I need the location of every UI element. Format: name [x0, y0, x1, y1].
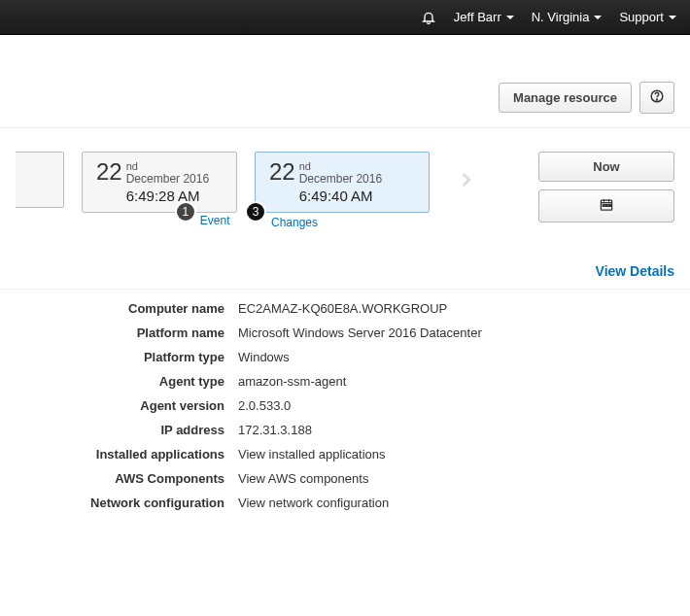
help-icon [650, 89, 664, 106]
region-menu[interactable]: N. Virginia [532, 10, 603, 24]
property-value: 2.0.533.0 [238, 398, 674, 413]
event-link[interactable]: Event [200, 214, 230, 227]
timeline-card-selected[interactable]: 22 nd December 2016 6:49:40 AM 3 Changes [255, 152, 430, 213]
timeline-card[interactable]: 22 nd December 2016 6:49:28 AM 1 Event [82, 152, 237, 213]
property-label: Agent type [16, 374, 224, 389]
view-details-link[interactable]: View Details [596, 263, 674, 279]
property-label: IP address [16, 423, 224, 437]
svg-rect-4 [605, 205, 607, 207]
property-label: AWS Components [16, 471, 224, 486]
property-value-link[interactable]: View AWS components [238, 471, 674, 486]
timestamp: 6:49:40 AM [299, 188, 382, 204]
property-label: Platform type [16, 350, 224, 364]
date-block: 22 nd December 2016 6:49:28 AM [96, 160, 221, 204]
timeline: 22 nd December 2016 6:49:28 AM 1 Event 2… [16, 128, 674, 234]
month-year: December 2016 [126, 172, 209, 186]
notifications-icon[interactable] [421, 10, 436, 25]
chevron-right-icon[interactable] [447, 166, 484, 199]
now-button[interactable]: Now [538, 152, 674, 182]
change-count-badge: 3 [245, 201, 266, 222]
user-name: Jeff Barr [454, 10, 501, 24]
chevron-down-icon [506, 16, 514, 19]
calendar-icon [599, 197, 614, 215]
timestamp: 6:49:28 AM [126, 188, 209, 204]
chevron-down-icon [669, 16, 676, 19]
support-menu[interactable]: Support [619, 10, 676, 24]
chevron-down-icon [594, 16, 602, 19]
property-label: Computer name [16, 301, 224, 316]
day-ordinal: nd [126, 160, 209, 172]
region-name: N. Virginia [532, 10, 590, 24]
property-value-link[interactable]: View installed applications [238, 447, 674, 462]
calendar-button[interactable] [538, 189, 674, 222]
day-ordinal: nd [299, 160, 382, 172]
date-block: 22 nd December 2016 6:49:40 AM [269, 160, 413, 204]
property-value: 172.31.3.188 [238, 423, 674, 437]
topbar: Jeff Barr N. Virginia Support [0, 0, 690, 35]
day-number: 22 [269, 160, 295, 184]
view-details-row: View Details [16, 234, 674, 289]
support-label: Support [619, 10, 664, 24]
properties-table: Computer nameEC2AMAZ-KQ60E8A.WORKGROUPPl… [16, 290, 674, 510]
timeline-controls: Now [531, 152, 674, 222]
user-menu[interactable]: Jeff Barr [454, 10, 514, 24]
svg-rect-3 [603, 205, 604, 207]
property-value: Windows [238, 350, 674, 364]
property-label: Installed applications [16, 447, 224, 462]
svg-rect-5 [609, 205, 611, 207]
day-number: 22 [96, 160, 122, 184]
property-label: Platform name [16, 325, 224, 340]
timeline-card-prev[interactable] [16, 152, 64, 208]
timeline-cards: 22 nd December 2016 6:49:28 AM 1 Event 2… [16, 152, 531, 213]
changes-link[interactable]: Changes [271, 216, 318, 229]
property-label: Network configuration [16, 496, 224, 510]
event-count-badge: 1 [175, 201, 196, 222]
property-value: EC2AMAZ-KQ60E8A.WORKGROUP [238, 301, 674, 316]
property-value: amazon-ssm-agent [238, 374, 674, 389]
property-label: Agent version [16, 398, 224, 413]
toolbar: Manage resource [16, 35, 674, 127]
month-year: December 2016 [299, 172, 382, 186]
property-value-link[interactable]: View network configuration [238, 496, 674, 510]
manage-resource-button[interactable]: Manage resource [499, 83, 632, 113]
svg-point-1 [657, 99, 658, 100]
property-value: Microsoft Windows Server 2016 Datacenter [238, 325, 674, 340]
help-button[interactable] [639, 82, 674, 114]
